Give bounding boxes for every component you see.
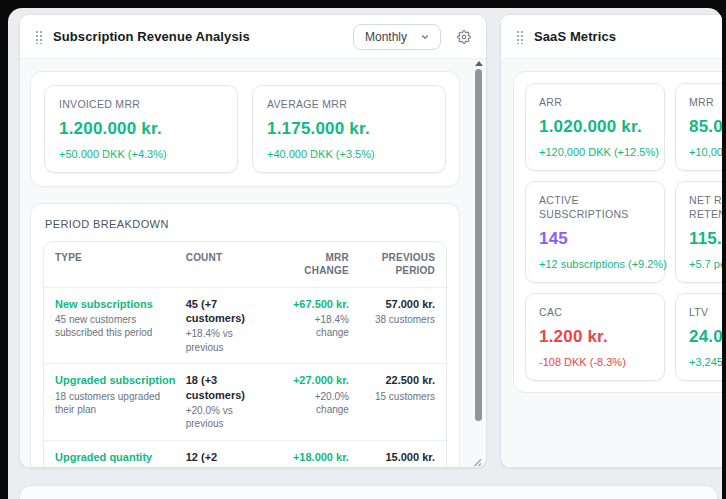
metric-card-active-subscriptions: ACTIVE SUBSCRIPTIONS 145 +12 subscriptio…: [525, 181, 665, 283]
subscription-revenue-panel: Subscription Revenue Analysis Monthly IN…: [19, 14, 487, 468]
metric-label: ACTIVE SUBSCRIPTIONS: [539, 193, 651, 222]
column-header-previous-period: PREVIOUS PERIOD: [358, 251, 435, 278]
kpi-section: INVOICED MRR 1.200.000 kr. +50.000 DKK (…: [30, 71, 460, 187]
scrollbar-thumb[interactable]: [475, 69, 482, 421]
metric-value: 1.020.000 kr.: [539, 117, 651, 137]
section-title: PERIOD BREAKDOWN: [45, 218, 447, 230]
metric-label: CAC: [539, 305, 651, 320]
row-mrr-change: +18.000 kr.: [280, 450, 349, 464]
row-prev: 15.000 kr.: [358, 450, 435, 464]
column-header-type: TYPE: [55, 251, 177, 278]
gear-icon: [457, 30, 471, 44]
kpi-delta: +40.000 DKK (+3.5%): [267, 148, 431, 160]
table-header-row: TYPE COUNT MRR CHANGE PREVIOUS PERIOD: [44, 242, 446, 287]
metric-delta: +10,000 DKK: [689, 146, 722, 158]
row-count: 45 (+7 customers): [186, 297, 271, 326]
next-widget-panel: [19, 485, 718, 499]
row-type: Upgraded subscription: [55, 373, 177, 387]
row-count: 12 (+2 customers): [186, 450, 271, 467]
metric-label: ARR: [539, 95, 651, 110]
row-mrr-sub: +20.0% change: [280, 390, 349, 417]
metric-card-net-revenue-retention: NET REVENUE RETENTION 115.2% +5.7 percen…: [675, 181, 722, 283]
drag-handle-icon[interactable]: [35, 29, 42, 44]
panel-header: Subscription Revenue Analysis Monthly: [20, 15, 486, 59]
metric-value: 145: [539, 229, 651, 249]
row-mrr-sub: +20.0% change: [280, 466, 349, 467]
metric-value: 115.2%: [689, 229, 722, 249]
period-select[interactable]: Monthly: [353, 24, 441, 50]
row-desc: 45 new customers subscribed this period: [55, 313, 177, 340]
period-select-value: Monthly: [365, 30, 407, 44]
settings-button[interactable]: [457, 30, 471, 44]
metric-label: NET REVENUE RETENTION: [689, 193, 722, 222]
row-count-sub: +20.0% vs previous: [186, 404, 271, 431]
metric-card-cac: CAC 1.200 kr. -108 DKK (-8.3%): [525, 293, 665, 381]
metric-delta: +3,245 DKK: [689, 356, 722, 368]
drag-handle-icon[interactable]: [516, 29, 523, 44]
panel-scroll-area: INVOICED MRR 1.200.000 kr. +50.000 DKK (…: [20, 59, 486, 467]
saas-metrics-panel: SaaS Metrics ARR 1.020.000 kr. +120,000 …: [500, 14, 722, 468]
scroll-up-arrow-icon[interactable]: [475, 61, 483, 66]
kpi-label: AVERAGE MRR: [267, 97, 431, 112]
breakdown-table: TYPE COUNT MRR CHANGE PREVIOUS PERIOD Ne…: [43, 241, 447, 467]
resize-handle[interactable]: [471, 453, 482, 464]
row-type: Upgraded quantity: [55, 450, 177, 464]
metric-label: MRR: [689, 95, 722, 110]
metric-card-arr: ARR 1.020.000 kr. +120,000 DKK (+12.5%): [525, 83, 665, 171]
kpi-card-average-mrr: AVERAGE MRR 1.175.000 kr. +40.000 DKK (+…: [252, 85, 446, 173]
row-prev: 22.500 kr.: [358, 373, 435, 387]
panel-title: SaaS Metrics: [534, 29, 616, 44]
table-row: New subscriptions 45 new customers subsc…: [44, 287, 446, 364]
column-header-count: COUNT: [186, 251, 271, 278]
row-mrr-change: +27.000 kr.: [280, 373, 349, 387]
row-prev-sub: 15 customers: [358, 390, 435, 404]
table-row: Upgraded quantity 12 customers increased…: [44, 440, 446, 467]
metric-card-ltv: LTV 24.000 kr. +3,245 DKK: [675, 293, 722, 381]
chevron-down-icon: [420, 32, 430, 42]
kpi-delta: +50.000 DKK (+4.3%): [59, 148, 223, 160]
metric-card-mrr: MRR 85.000 kr. +10,000 DKK: [675, 83, 722, 171]
metric-delta: +12 subscriptions (+9.2%): [539, 258, 651, 270]
panel-header: SaaS Metrics: [501, 15, 722, 59]
metric-label: LTV: [689, 305, 722, 320]
table-row: Upgraded subscription 18 customers upgra…: [44, 363, 446, 440]
metric-value: 24.000 kr.: [689, 327, 722, 347]
row-prev-sub: 38 customers: [358, 313, 435, 327]
row-type: New subscriptions: [55, 297, 177, 311]
row-desc: 12 customers increased their usage: [55, 466, 177, 467]
row-mrr-change: +67.500 kr.: [280, 297, 349, 311]
app-window: Subscription Revenue Analysis Monthly IN…: [8, 8, 722, 499]
kpi-card-invoiced-mrr: INVOICED MRR 1.200.000 kr. +50.000 DKK (…: [44, 85, 238, 173]
period-breakdown-section: PERIOD BREAKDOWN TYPE COUNT MRR CHANGE P…: [30, 203, 460, 467]
kpi-label: INVOICED MRR: [59, 97, 223, 112]
kpi-value: 1.200.000 kr.: [59, 119, 223, 139]
kpi-value: 1.175.000 kr.: [267, 119, 431, 139]
row-prev-sub: 10 customers: [358, 466, 435, 467]
row-mrr-sub: +18.4% change: [280, 313, 349, 340]
panel-title: Subscription Revenue Analysis: [53, 29, 250, 44]
metrics-section: ARR 1.020.000 kr. +120,000 DKK (+12.5%) …: [513, 71, 722, 393]
vertical-scrollbar[interactable]: [474, 61, 483, 468]
metric-value: 1.200 kr.: [539, 327, 651, 347]
row-prev: 57.000 kr.: [358, 297, 435, 311]
panel-content: ARR 1.020.000 kr. +120,000 DKK (+12.5%) …: [501, 59, 722, 467]
column-header-mrr-change: MRR CHANGE: [280, 251, 349, 278]
metric-value: 85.000 kr.: [689, 117, 722, 137]
row-count: 18 (+3 customers): [186, 373, 271, 402]
metric-delta: +5.7 percentage points: [689, 258, 722, 270]
row-desc: 18 customers upgraded their plan: [55, 390, 177, 417]
metric-delta: +120,000 DKK (+12.5%): [539, 146, 651, 158]
metric-delta: -108 DKK (-8.3%): [539, 356, 651, 368]
row-count-sub: +18.4% vs previous: [186, 327, 271, 354]
